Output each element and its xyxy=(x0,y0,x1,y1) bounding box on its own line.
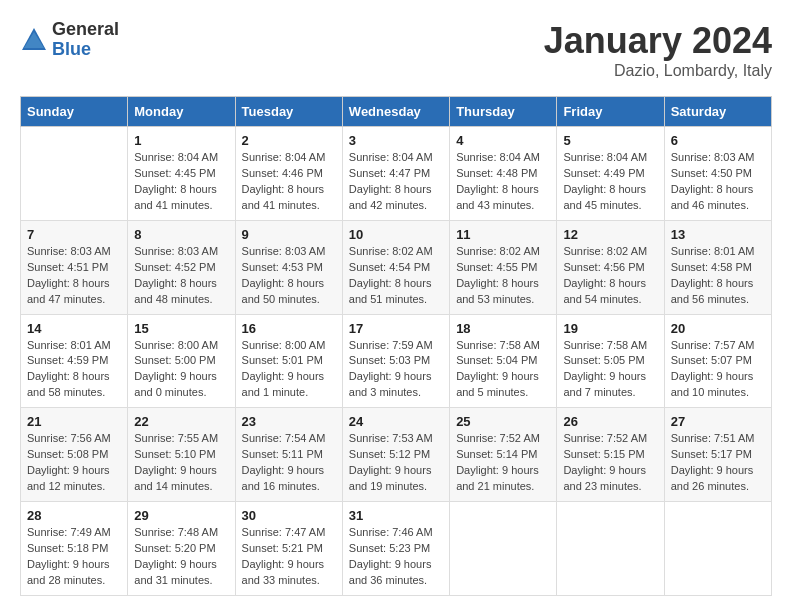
day-detail: Sunrise: 7:54 AMSunset: 5:11 PMDaylight:… xyxy=(242,431,336,495)
day-detail: Sunrise: 8:04 AMSunset: 4:47 PMDaylight:… xyxy=(349,150,443,214)
day-number: 20 xyxy=(671,321,765,336)
day-cell: 22Sunrise: 7:55 AMSunset: 5:10 PMDayligh… xyxy=(128,408,235,502)
day-cell: 12Sunrise: 8:02 AMSunset: 4:56 PMDayligh… xyxy=(557,220,664,314)
day-cell: 17Sunrise: 7:59 AMSunset: 5:03 PMDayligh… xyxy=(342,314,449,408)
day-cell: 11Sunrise: 8:02 AMSunset: 4:55 PMDayligh… xyxy=(450,220,557,314)
day-number: 29 xyxy=(134,508,228,523)
day-cell: 23Sunrise: 7:54 AMSunset: 5:11 PMDayligh… xyxy=(235,408,342,502)
day-detail: Sunrise: 8:00 AMSunset: 5:01 PMDaylight:… xyxy=(242,338,336,402)
day-number: 10 xyxy=(349,227,443,242)
day-cell: 2Sunrise: 8:04 AMSunset: 4:46 PMDaylight… xyxy=(235,127,342,221)
day-number: 24 xyxy=(349,414,443,429)
month-title: January 2024 xyxy=(544,20,772,62)
day-detail: Sunrise: 7:53 AMSunset: 5:12 PMDaylight:… xyxy=(349,431,443,495)
day-cell: 14Sunrise: 8:01 AMSunset: 4:59 PMDayligh… xyxy=(21,314,128,408)
col-header-friday: Friday xyxy=(557,97,664,127)
day-cell: 7Sunrise: 8:03 AMSunset: 4:51 PMDaylight… xyxy=(21,220,128,314)
day-number: 9 xyxy=(242,227,336,242)
day-detail: Sunrise: 8:00 AMSunset: 5:00 PMDaylight:… xyxy=(134,338,228,402)
day-detail: Sunrise: 7:47 AMSunset: 5:21 PMDaylight:… xyxy=(242,525,336,589)
day-cell: 3Sunrise: 8:04 AMSunset: 4:47 PMDaylight… xyxy=(342,127,449,221)
day-detail: Sunrise: 7:46 AMSunset: 5:23 PMDaylight:… xyxy=(349,525,443,589)
day-number: 2 xyxy=(242,133,336,148)
day-number: 3 xyxy=(349,133,443,148)
day-cell: 20Sunrise: 7:57 AMSunset: 5:07 PMDayligh… xyxy=(664,314,771,408)
day-number: 30 xyxy=(242,508,336,523)
day-cell xyxy=(450,502,557,596)
day-detail: Sunrise: 7:52 AMSunset: 5:15 PMDaylight:… xyxy=(563,431,657,495)
day-detail: Sunrise: 7:48 AMSunset: 5:20 PMDaylight:… xyxy=(134,525,228,589)
day-number: 15 xyxy=(134,321,228,336)
day-cell: 4Sunrise: 8:04 AMSunset: 4:48 PMDaylight… xyxy=(450,127,557,221)
day-number: 28 xyxy=(27,508,121,523)
page-header: General Blue January 2024 Dazio, Lombard… xyxy=(20,20,772,80)
day-cell xyxy=(21,127,128,221)
header-row: SundayMondayTuesdayWednesdayThursdayFrid… xyxy=(21,97,772,127)
day-cell: 25Sunrise: 7:52 AMSunset: 5:14 PMDayligh… xyxy=(450,408,557,502)
day-number: 4 xyxy=(456,133,550,148)
title-block: January 2024 Dazio, Lombardy, Italy xyxy=(544,20,772,80)
day-detail: Sunrise: 7:57 AMSunset: 5:07 PMDaylight:… xyxy=(671,338,765,402)
col-header-tuesday: Tuesday xyxy=(235,97,342,127)
week-row-3: 14Sunrise: 8:01 AMSunset: 4:59 PMDayligh… xyxy=(21,314,772,408)
day-cell: 30Sunrise: 7:47 AMSunset: 5:21 PMDayligh… xyxy=(235,502,342,596)
day-detail: Sunrise: 8:04 AMSunset: 4:46 PMDaylight:… xyxy=(242,150,336,214)
day-cell: 10Sunrise: 8:02 AMSunset: 4:54 PMDayligh… xyxy=(342,220,449,314)
logo-blue-text: Blue xyxy=(52,40,119,60)
week-row-4: 21Sunrise: 7:56 AMSunset: 5:08 PMDayligh… xyxy=(21,408,772,502)
day-cell: 6Sunrise: 8:03 AMSunset: 4:50 PMDaylight… xyxy=(664,127,771,221)
day-cell: 27Sunrise: 7:51 AMSunset: 5:17 PMDayligh… xyxy=(664,408,771,502)
day-cell: 1Sunrise: 8:04 AMSunset: 4:45 PMDaylight… xyxy=(128,127,235,221)
day-detail: Sunrise: 7:59 AMSunset: 5:03 PMDaylight:… xyxy=(349,338,443,402)
day-number: 13 xyxy=(671,227,765,242)
day-cell: 9Sunrise: 8:03 AMSunset: 4:53 PMDaylight… xyxy=(235,220,342,314)
day-number: 6 xyxy=(671,133,765,148)
day-number: 7 xyxy=(27,227,121,242)
col-header-saturday: Saturday xyxy=(664,97,771,127)
day-detail: Sunrise: 8:02 AMSunset: 4:55 PMDaylight:… xyxy=(456,244,550,308)
col-header-monday: Monday xyxy=(128,97,235,127)
day-detail: Sunrise: 8:04 AMSunset: 4:48 PMDaylight:… xyxy=(456,150,550,214)
col-header-thursday: Thursday xyxy=(450,97,557,127)
day-cell: 19Sunrise: 7:58 AMSunset: 5:05 PMDayligh… xyxy=(557,314,664,408)
day-detail: Sunrise: 7:52 AMSunset: 5:14 PMDaylight:… xyxy=(456,431,550,495)
day-number: 21 xyxy=(27,414,121,429)
day-number: 17 xyxy=(349,321,443,336)
day-detail: Sunrise: 8:02 AMSunset: 4:56 PMDaylight:… xyxy=(563,244,657,308)
day-cell: 8Sunrise: 8:03 AMSunset: 4:52 PMDaylight… xyxy=(128,220,235,314)
day-cell: 29Sunrise: 7:48 AMSunset: 5:20 PMDayligh… xyxy=(128,502,235,596)
day-detail: Sunrise: 7:56 AMSunset: 5:08 PMDaylight:… xyxy=(27,431,121,495)
calendar-table: SundayMondayTuesdayWednesdayThursdayFrid… xyxy=(20,96,772,596)
day-detail: Sunrise: 7:49 AMSunset: 5:18 PMDaylight:… xyxy=(27,525,121,589)
day-number: 14 xyxy=(27,321,121,336)
day-number: 18 xyxy=(456,321,550,336)
day-detail: Sunrise: 8:03 AMSunset: 4:53 PMDaylight:… xyxy=(242,244,336,308)
day-number: 27 xyxy=(671,414,765,429)
day-detail: Sunrise: 8:03 AMSunset: 4:52 PMDaylight:… xyxy=(134,244,228,308)
day-number: 1 xyxy=(134,133,228,148)
day-cell: 28Sunrise: 7:49 AMSunset: 5:18 PMDayligh… xyxy=(21,502,128,596)
day-number: 8 xyxy=(134,227,228,242)
logo: General Blue xyxy=(20,20,119,60)
day-cell xyxy=(557,502,664,596)
week-row-1: 1Sunrise: 8:04 AMSunset: 4:45 PMDaylight… xyxy=(21,127,772,221)
day-detail: Sunrise: 8:03 AMSunset: 4:50 PMDaylight:… xyxy=(671,150,765,214)
day-detail: Sunrise: 7:51 AMSunset: 5:17 PMDaylight:… xyxy=(671,431,765,495)
day-cell xyxy=(664,502,771,596)
day-cell: 5Sunrise: 8:04 AMSunset: 4:49 PMDaylight… xyxy=(557,127,664,221)
day-detail: Sunrise: 7:58 AMSunset: 5:05 PMDaylight:… xyxy=(563,338,657,402)
day-number: 26 xyxy=(563,414,657,429)
day-cell: 24Sunrise: 7:53 AMSunset: 5:12 PMDayligh… xyxy=(342,408,449,502)
day-number: 31 xyxy=(349,508,443,523)
day-detail: Sunrise: 8:02 AMSunset: 4:54 PMDaylight:… xyxy=(349,244,443,308)
svg-marker-1 xyxy=(24,32,44,48)
week-row-5: 28Sunrise: 7:49 AMSunset: 5:18 PMDayligh… xyxy=(21,502,772,596)
day-number: 22 xyxy=(134,414,228,429)
day-number: 5 xyxy=(563,133,657,148)
location-title: Dazio, Lombardy, Italy xyxy=(544,62,772,80)
day-detail: Sunrise: 8:01 AMSunset: 4:58 PMDaylight:… xyxy=(671,244,765,308)
day-number: 11 xyxy=(456,227,550,242)
day-cell: 26Sunrise: 7:52 AMSunset: 5:15 PMDayligh… xyxy=(557,408,664,502)
day-number: 25 xyxy=(456,414,550,429)
day-detail: Sunrise: 8:04 AMSunset: 4:49 PMDaylight:… xyxy=(563,150,657,214)
